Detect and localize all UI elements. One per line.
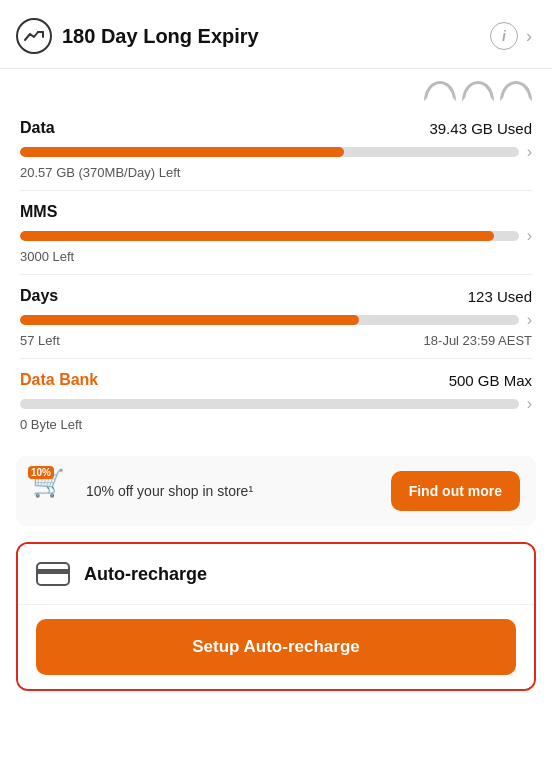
navigate-chevron-icon[interactable]: › <box>526 27 532 45</box>
promo-text: 10% off your shop in store¹ <box>86 483 253 499</box>
data-sub-label: 20.57 GB (370MB/Day) Left <box>20 165 532 180</box>
databank-value: 500 GB Max <box>449 372 532 389</box>
header: 180 Day Long Expiry i › <box>0 0 552 69</box>
days-label: Days <box>20 287 58 305</box>
promo-badge: 10% <box>28 466 54 479</box>
mms-progress-bar <box>20 231 519 241</box>
plan-icon <box>16 18 52 54</box>
promo-section: 10% 🛒 10% off your shop in store¹ Find o… <box>0 456 552 526</box>
days-progress-fill <box>20 315 359 325</box>
info-button[interactable]: i <box>490 22 518 50</box>
header-actions: i › <box>490 22 532 50</box>
page-title: 180 Day Long Expiry <box>62 25 259 48</box>
databank-progress-bar <box>20 399 519 409</box>
days-chevron-icon[interactable]: › <box>527 311 532 329</box>
data-label: Data <box>20 119 55 137</box>
auto-recharge-header: Auto-recharge <box>18 544 534 604</box>
arc-icon-1 <box>424 81 456 101</box>
loading-arcs <box>0 69 552 109</box>
databank-chevron-icon[interactable]: › <box>527 395 532 413</box>
card-icon <box>36 562 70 586</box>
days-progress-row: › <box>20 311 532 329</box>
databank-stat-header: Data Bank 500 GB Max <box>20 371 532 389</box>
data-progress-bar <box>20 147 519 157</box>
days-progress-bar <box>20 315 519 325</box>
days-value: 123 Used <box>468 288 532 305</box>
setup-auto-recharge-button[interactable]: Setup Auto-recharge <box>36 619 516 675</box>
promo-left: 10% 🛒 10% off your shop in store¹ <box>32 470 253 512</box>
arc-icon-3 <box>500 81 532 101</box>
auto-recharge-btn-wrap: Setup Auto-recharge <box>18 604 534 689</box>
mms-stat-row: MMS › 3000 Left <box>20 193 532 272</box>
databank-sub-label: 0 Byte Left <box>20 417 532 432</box>
promo-banner: 10% 🛒 10% off your shop in store¹ Find o… <box>16 456 536 526</box>
header-left: 180 Day Long Expiry <box>16 18 259 54</box>
mms-stat-header: MMS <box>20 203 532 221</box>
days-stat-row: Days 123 Used › 57 Left 18-Jul 23:59 AES… <box>20 277 532 356</box>
auto-recharge-card: Auto-recharge Setup Auto-recharge <box>16 542 536 691</box>
data-stat-row: Data 39.43 GB Used › 20.57 GB (370MB/Day… <box>20 109 532 188</box>
data-chevron-icon[interactable]: › <box>527 143 532 161</box>
auto-recharge-title: Auto-recharge <box>84 564 207 585</box>
databank-stat-row: Data Bank 500 GB Max › 0 Byte Left <box>20 361 532 440</box>
stats-section: Data 39.43 GB Used › 20.57 GB (370MB/Day… <box>0 109 552 440</box>
auto-recharge-section: Auto-recharge Setup Auto-recharge <box>0 542 552 727</box>
days-expiry-label: 18-Jul 23:59 AEST <box>424 333 532 348</box>
data-progress-fill <box>20 147 344 157</box>
data-progress-row: › <box>20 143 532 161</box>
databank-progress-row: › <box>20 395 532 413</box>
find-out-more-button[interactable]: Find out more <box>391 471 520 511</box>
mms-label: MMS <box>20 203 57 221</box>
promo-icon-wrap: 10% 🛒 <box>32 470 74 512</box>
mms-progress-fill <box>20 231 494 241</box>
mms-sub-label: 3000 Left <box>20 249 532 264</box>
days-left-label: 57 Left <box>20 333 60 348</box>
days-stat-header: Days 123 Used <box>20 287 532 305</box>
databank-label: Data Bank <box>20 371 98 389</box>
mms-progress-row: › <box>20 227 532 245</box>
data-stat-header: Data 39.43 GB Used <box>20 119 532 137</box>
days-sub-row: 57 Left 18-Jul 23:59 AEST <box>20 333 532 350</box>
mms-chevron-icon[interactable]: › <box>527 227 532 245</box>
data-value: 39.43 GB Used <box>429 120 532 137</box>
arc-icon-2 <box>462 81 494 101</box>
